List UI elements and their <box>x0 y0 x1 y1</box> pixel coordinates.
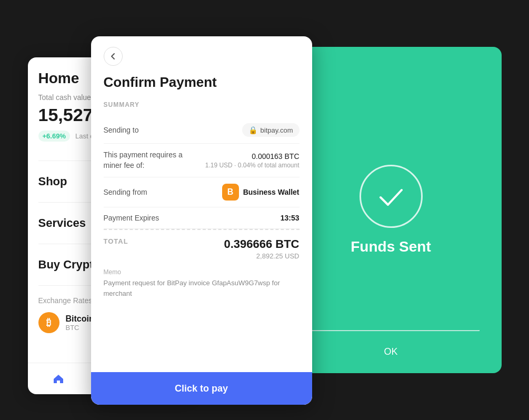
check-circle <box>360 165 423 228</box>
sending-from-row: Sending from B Business Wallet <box>104 177 300 207</box>
summary-label: SUMMARY <box>104 101 300 108</box>
funds-sent-title: Funds Sent <box>351 238 431 255</box>
memo-label: Memo <box>104 268 300 276</box>
total-row: TOTAL 0.396666 BTC 2,892.25 USD <box>104 229 300 264</box>
business-wallet-name: Business Wallet <box>243 188 300 196</box>
back-button[interactable] <box>104 47 123 66</box>
expires-value: 13:53 <box>281 214 300 222</box>
memo-text: Payment request for BitPay invoice GfapA… <box>104 278 300 298</box>
sending-to-label: Sending to <box>104 126 139 134</box>
lock-icon: 🔒 <box>248 126 257 134</box>
sending-from-value: B Business Wallet <box>222 184 300 201</box>
btc-icon: ₿ <box>38 312 59 333</box>
miner-fee-btc: 0.000163 BTC <box>252 152 299 161</box>
total-usd: 2,892.25 USD <box>224 252 299 260</box>
business-wallet-icon: B <box>222 184 239 201</box>
ok-button[interactable]: OK <box>384 346 397 357</box>
expires-label: Payment Expires <box>104 214 159 222</box>
total-btc: 0.396666 BTC <box>224 237 299 251</box>
miner-fee-label: This payment requires a miner fee of: <box>104 150 188 171</box>
miner-fee-usd: 1.19 USD · 0.04% of total amount <box>205 162 300 169</box>
bitpay-value: bitpay.com <box>261 126 293 134</box>
sending-from-label: Sending from <box>104 188 147 196</box>
btc-ticker: BTC <box>66 324 94 332</box>
home-nav-icon[interactable] <box>51 372 66 386</box>
sending-to-row: Sending to 🔒 bitpay.com <box>104 117 300 144</box>
click-to-pay-button[interactable]: Click to pay <box>91 372 312 405</box>
expires-row: Payment Expires 13:53 <box>104 207 300 229</box>
bitpay-badge: 🔒 bitpay.com <box>242 123 300 137</box>
change-badge: +6.69% <box>38 131 70 142</box>
btc-name: Bitcoin <box>66 314 94 324</box>
funds-sent-card: Funds Sent OK <box>281 47 502 373</box>
total-label: TOTAL <box>104 237 128 245</box>
confirm-title: Confirm Payment <box>104 74 300 91</box>
miner-fee-row: This payment requires a miner fee of: 0.… <box>104 144 300 177</box>
confirm-payment-card: Confirm Payment SUMMARY Sending to 🔒 bit… <box>91 36 312 405</box>
miner-fee-value: 0.000163 BTC 1.19 USD · 0.04% of total a… <box>205 152 300 169</box>
